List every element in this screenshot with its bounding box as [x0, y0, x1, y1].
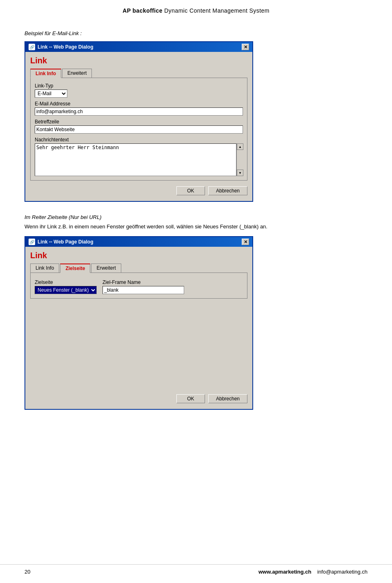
dialog2-cancel-button[interactable]: Abbrechen	[208, 394, 247, 403]
dialog1-icon: 🔗	[29, 44, 35, 50]
dialog2-buttons: OK Abbrechen	[30, 394, 247, 403]
tab2-zielseite[interactable]: Zielseite	[60, 264, 90, 273]
footer-website: www.apmarketing.ch	[258, 569, 312, 575]
link-typ-select[interactable]: E-Mail	[35, 89, 67, 98]
zielseite-select[interactable]: Neues Fenster (_blank)	[35, 286, 97, 294]
footer-links: www.apmarketing.ch info@apmarketing.ch	[258, 569, 368, 575]
tab-link-info[interactable]: Link Info	[30, 69, 61, 78]
dialog1-cancel-button[interactable]: Abbrechen	[208, 186, 247, 195]
betreff-input[interactable]	[35, 125, 243, 134]
page-footer: 20 www.apmarketing.ch info@apmarketing.c…	[0, 564, 392, 575]
dialog2-body: Link Link Info Zielseite Erweitert Ziels…	[25, 247, 252, 409]
nachricht-wrapper: Sehr geehrter Herr Steinmann ▲ ▼	[35, 143, 243, 176]
dialog2-spacer	[30, 299, 247, 389]
dialog2-tab-bar: Link Info Zielseite Erweitert	[30, 264, 247, 273]
dialog1-heading: Link	[30, 56, 247, 65]
nachricht-label: Nachrichtentext	[35, 137, 243, 143]
ziel-frame-input[interactable]	[102, 286, 184, 294]
dialog1-buttons: OK Abbrechen	[30, 186, 247, 195]
dialog1-title-left: 🔗 Link -- Web Page Dialog	[29, 44, 93, 50]
scroll-up[interactable]: ▲	[237, 143, 243, 150]
page-number: 20	[24, 569, 30, 575]
zielseite-select-row: Neues Fenster (_blank)	[35, 286, 97, 294]
dialog1-titlebar: 🔗 Link -- Web Page Dialog ✕	[25, 42, 252, 52]
dialog1-body: Link Link Info Erweitert Link-Typ E-Mail…	[25, 52, 252, 201]
link-typ-label: Link-Typ	[35, 83, 243, 89]
dialog1-ok-button[interactable]: OK	[176, 186, 205, 195]
scrollbar[interactable]: ▲ ▼	[236, 143, 243, 176]
brand-name: AP backoffice	[122, 7, 163, 14]
email-label: E-Mail Addresse	[35, 101, 243, 107]
dialog1-tab-bar: Link Info Erweitert	[30, 69, 247, 78]
link-typ-row: E-Mail	[35, 89, 243, 98]
dialog1-title: Link -- Web Page Dialog	[38, 44, 93, 50]
dialog1-close-button[interactable]: ✕	[242, 44, 249, 50]
tab-erweitert[interactable]: Erweitert	[62, 69, 92, 78]
dialog2-close-button[interactable]: ✕	[242, 239, 249, 245]
ziel-frame-col: Ziel-Frame Name	[102, 279, 184, 294]
dialog2-title: Link -- Web Page Dialog	[38, 239, 93, 245]
section2-paragraph: Im Reiter Zielseite (Nur bei URL)	[24, 214, 368, 220]
ziel-frame-label: Ziel-Frame Name	[102, 279, 184, 285]
dialog2-title-left: 🔗 Link -- Web Page Dialog	[29, 239, 93, 245]
dialog1: 🔗 Link -- Web Page Dialog ✕ Link Link In…	[24, 41, 253, 202]
zielseite-row: Zielseite Neues Fenster (_blank) Ziel-Fr…	[35, 279, 243, 294]
dialog2-heading: Link	[30, 251, 247, 260]
scroll-down[interactable]: ▼	[237, 170, 243, 176]
footer-email: info@apmarketing.ch	[317, 569, 368, 575]
nachricht-textarea[interactable]: Sehr geehrter Herr Steinmann	[35, 143, 236, 176]
dialog2: 🔗 Link -- Web Page Dialog ✕ Link Link In…	[24, 236, 253, 410]
dialog2-icon: 🔗	[29, 239, 35, 245]
header-subtitle: Dynamic Content Management System	[163, 7, 270, 14]
zielseite-col: Zielseite Neues Fenster (_blank)	[35, 279, 97, 294]
dialog2-ok-button[interactable]: OK	[176, 394, 205, 403]
section1-label: Beispiel für E-Mail-Link :	[24, 30, 368, 36]
betreff-label: Betreffzeile	[35, 119, 243, 125]
dialog1-tab-content: Link-Typ E-Mail E-Mail Addresse Betreffz…	[30, 78, 247, 181]
email-input[interactable]	[35, 107, 243, 116]
section2-text: Wenn ihr Link z.B. in einem neuen Fenste…	[24, 223, 368, 230]
tab2-link-info[interactable]: Link Info	[30, 264, 59, 273]
dialog2-titlebar: 🔗 Link -- Web Page Dialog ✕	[25, 237, 252, 247]
zielseite-col-label: Zielseite	[35, 279, 97, 285]
tab2-erweitert[interactable]: Erweitert	[91, 264, 121, 273]
page-header: AP backoffice Dynamic Content Management…	[0, 0, 392, 18]
dialog2-tab-content: Zielseite Neues Fenster (_blank) Ziel-Fr…	[30, 273, 247, 299]
